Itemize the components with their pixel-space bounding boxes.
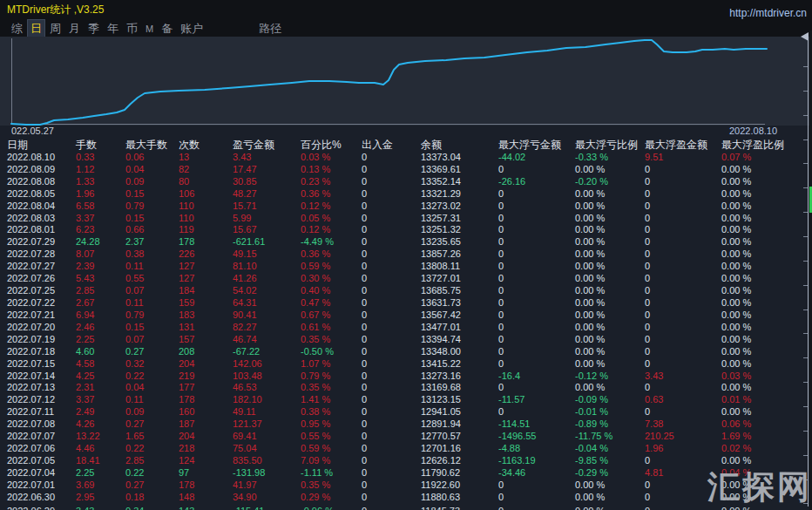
table-row[interactable]: 2022.08.051.960.1510648.270.36 %013321.2… — [0, 188, 812, 201]
cell-max-float-loss: 0 — [498, 492, 504, 504]
scrollbar-collapse-arrow-icon[interactable] — [801, 32, 809, 41]
cell-max-float-loss-pct: 0.00 % — [575, 201, 605, 213]
scrollbar-tick — [803, 431, 808, 432]
table-row[interactable]: 2022.08.033.370.151105.990.05 %013257.31… — [0, 213, 812, 225]
table-row[interactable]: 2022.07.064.460.2221875.040.59 %012701.1… — [0, 443, 812, 455]
cell-trades: 131 — [179, 322, 194, 334]
menu-item-8[interactable]: M — [143, 23, 156, 35]
table-row[interactable]: 2022.07.222.670.1115964.310.47 %013631.7… — [0, 297, 812, 309]
table-row[interactable]: 2022.08.046.580.7911015.710.12 %013273.0… — [0, 201, 812, 213]
cell-max-float-loss-pct: 0.00 % — [575, 506, 605, 510]
cell-max-float-profit: 0 — [645, 224, 650, 236]
cell-max-float-profit: 7.38 — [645, 418, 663, 431]
menu-item-3[interactable]: 周 — [47, 20, 64, 37]
cell-trades: 208 — [179, 346, 194, 358]
table-row[interactable]: 2022.08.100.330.06133.430.03 %013373.04-… — [0, 152, 812, 164]
cell-max-float-profit-pct: 0.00 % — [721, 382, 751, 394]
cell-max-float-profit: 0 — [645, 261, 650, 273]
cell-percent: 0.47 % — [301, 297, 330, 309]
cell-balance: 12701.16 — [421, 443, 461, 455]
cell-lots: 4.25 — [76, 371, 94, 383]
cell-profit: -621.61 — [233, 236, 265, 248]
cell-lots: 2.25 — [76, 334, 94, 346]
cell-balance: 13631.73 — [421, 297, 461, 309]
cell-max-float-loss: 0 — [498, 297, 504, 309]
table-row[interactable]: 2022.07.144.250.22219103.480.79 %013273.… — [0, 371, 812, 383]
cell-max-float-loss-pct: 0.00 % — [575, 164, 605, 176]
table-row[interactable]: 2022.07.0713.221.6520469.410.55 %012770.… — [0, 431, 812, 443]
menu-item-11[interactable]: 路径 — [256, 20, 284, 37]
table-row[interactable]: 2022.07.154.580.32204142.061.07 %013415.… — [0, 358, 812, 371]
scrollbar-track[interactable] — [808, 38, 809, 507]
cell-max-float-loss: 0 — [498, 188, 504, 201]
table-row[interactable]: 2022.07.132.310.0417746.530.35 %013169.6… — [0, 382, 812, 394]
table-row[interactable]: 2022.07.084.260.27187121.370.95 %012891.… — [0, 418, 812, 431]
cell-max-lots: 0.09 — [125, 176, 144, 188]
cell-lots: 2.85 — [76, 285, 94, 297]
cell-date: 2022.06.29 — [7, 506, 55, 510]
website-link[interactable]: http://mtdriver.cn — [729, 7, 807, 19]
cell-deposit-withdraw: 0 — [362, 382, 367, 394]
cell-lots: 1.96 — [76, 188, 94, 201]
menu-item-9[interactable]: 备 — [159, 20, 175, 37]
cell-deposit-withdraw: 0 — [362, 285, 367, 297]
table-row[interactable]: 2022.07.288.070.3822649.150.36 %013857.2… — [0, 248, 812, 261]
cell-lots: 2.31 — [76, 382, 94, 394]
cell-trades: 183 — [179, 309, 194, 322]
cell-profit: 69.41 — [233, 431, 257, 443]
table-row[interactable]: 2022.08.081.330.098030.850.23 %013352.14… — [0, 176, 812, 188]
menu-item-4[interactable]: 月 — [66, 20, 83, 37]
table-row[interactable]: 2022.07.265.430.5512741.260.30 %013727.0… — [0, 273, 812, 285]
cell-date: 2022.07.01 — [7, 479, 55, 492]
table-row[interactable]: 2022.08.016.230.6611915.670.12 %013251.3… — [0, 224, 812, 236]
menu-item-1[interactable]: 综 — [9, 20, 25, 37]
cell-date: 2022.07.13 — [7, 382, 55, 394]
cell-max-lots: 0.34 — [125, 506, 144, 510]
cell-max-float-profit: 3.43 — [645, 371, 663, 383]
cell-lots: 1.12 — [76, 164, 94, 176]
table-row[interactable]: 2022.07.042.250.2297-131.98-1.11 %011790… — [0, 467, 812, 479]
cell-percent: 0.36 % — [301, 248, 330, 261]
menu-item-10[interactable]: 账户 — [178, 20, 206, 37]
cell-lots: 2.49 — [76, 406, 94, 418]
cell-profit: 46.74 — [233, 334, 257, 346]
cell-deposit-withdraw: 0 — [362, 188, 367, 201]
cell-profit: 48.27 — [233, 188, 257, 201]
cell-max-lots: 0.22 — [125, 371, 144, 383]
cell-profit: -67.22 — [233, 346, 260, 358]
window-right-edge — [809, 31, 812, 510]
menu-item-5[interactable]: 季 — [85, 20, 102, 37]
table-row[interactable]: 2022.07.123.370.11178182.101.41 %013123.… — [0, 394, 812, 406]
table-row[interactable]: 2022.06.302.950.1814834.900.29 %011880.6… — [0, 492, 812, 504]
cell-date: 2022.07.21 — [7, 309, 55, 322]
table-row[interactable]: 2022.06.293.430.34143-115.41-0.96 %01184… — [0, 506, 812, 510]
table-row[interactable]: 2022.07.013.690.2717841.970.35 %011922.6… — [0, 479, 812, 492]
cell-percent: -1.11 % — [301, 467, 333, 479]
menu-item-6[interactable]: 年 — [105, 20, 121, 37]
cell-balance: 13123.15 — [421, 394, 461, 406]
cell-percent: 0.59 % — [301, 261, 330, 273]
table-row[interactable]: 2022.07.0518.412.85124835.507.09 %012626… — [0, 455, 812, 467]
table-row[interactable]: 2022.07.216.940.7918390.410.67 %013567.4… — [0, 309, 812, 322]
scrollbar-tick — [803, 115, 808, 116]
table-row[interactable]: 2022.07.252.850.0718454.020.40 %013685.7… — [0, 285, 812, 297]
table-row[interactable]: 2022.07.2924.282.37178-621.61-4.49 %0132… — [0, 236, 812, 248]
cell-percent: 0.12 % — [301, 224, 330, 236]
menu-item-7[interactable]: 币 — [124, 20, 140, 37]
table-row[interactable]: 2022.07.202.460.1513182.270.61 %013477.0… — [0, 322, 812, 334]
cell-trades: 82 — [179, 164, 189, 176]
cell-trades: 124 — [179, 455, 194, 467]
cell-max-lots: 0.18 — [125, 492, 144, 504]
cell-deposit-withdraw: 0 — [362, 248, 367, 261]
cell-max-float-profit-pct: 0.00 % — [721, 334, 751, 346]
chart-end-date-label: 2022.08.10 — [729, 126, 777, 136]
table-row[interactable]: 2022.07.184.600.27208-67.22-0.50 %013348… — [0, 346, 812, 358]
cell-max-float-profit-pct: 0.06 % — [721, 418, 751, 431]
cell-max-float-profit-pct: 0.02 % — [721, 443, 751, 455]
table-row[interactable]: 2022.07.112.490.0916049.110.38 %012941.0… — [0, 406, 812, 418]
table-row[interactable]: 2022.08.091.120.048217.470.13 %013369.61… — [0, 164, 812, 176]
menu-item-2[interactable]: 日 — [28, 20, 44, 37]
table-row[interactable]: 2022.07.272.390.1112781.100.59 %013808.1… — [0, 261, 812, 273]
table-row[interactable]: 2022.07.192.250.0715746.740.35 %013394.7… — [0, 334, 812, 346]
cell-deposit-withdraw: 0 — [362, 309, 367, 322]
